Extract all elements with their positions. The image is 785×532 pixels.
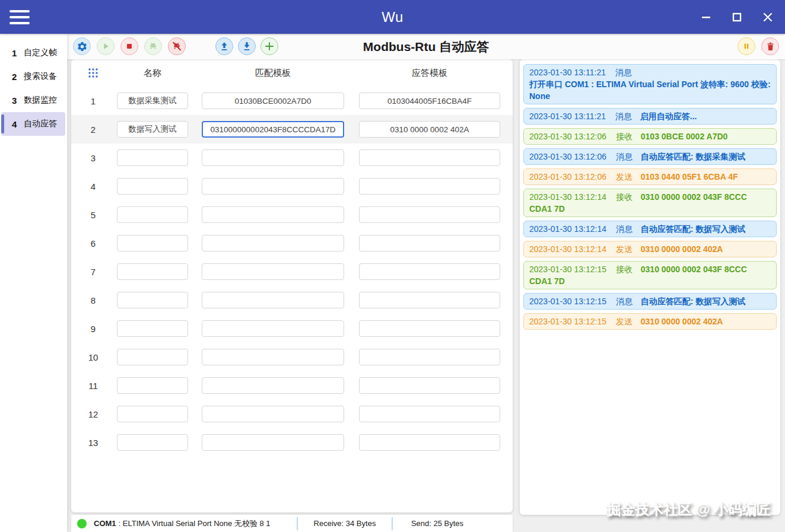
reply-template-input[interactable] (359, 149, 500, 166)
sidebar-item[interactable]: 2 搜索设备 (1, 65, 65, 88)
match-template-input[interactable] (202, 434, 344, 451)
sidebar-item[interactable]: 3 数据监控 (1, 88, 65, 112)
name-input[interactable] (117, 292, 188, 308)
close-icon[interactable] (757, 7, 779, 28)
drag-grid-icon[interactable] (83, 67, 103, 81)
name-input[interactable] (117, 377, 188, 394)
serial-port-status: COM1 : ELTIMA Virtual Serial Port None 无… (71, 518, 297, 529)
reply-template-input[interactable] (359, 121, 500, 138)
log-entry: 2023-01-30 13:12:14 消息 自动应答匹配: 数据写入测试 (523, 221, 777, 237)
log-entry: 2023-01-30 13:12:15 接收 0310 0000 0002 04… (523, 261, 777, 289)
log-timestamp: 2023-01-30 13:11:21 (529, 68, 606, 77)
clear-log-trash-icon[interactable] (761, 37, 779, 55)
sidebar-item-label: 搜索设备 (24, 71, 57, 82)
table-header-row: 名称 匹配模板 应答模板 (71, 59, 513, 87)
match-template-input[interactable] (202, 349, 344, 365)
log-detail: 0310 0000 0002 402A (641, 317, 723, 326)
log-type-label: 发送 (616, 172, 633, 181)
name-input[interactable] (117, 206, 188, 223)
row-number: 9 (71, 314, 115, 343)
name-input[interactable] (117, 434, 188, 451)
log-timestamp: 2023-01-30 13:12:15 (529, 297, 606, 306)
header-reply: 应答模板 (359, 59, 500, 87)
log-detail: 自动应答匹配: 数据采集测试 (641, 152, 746, 161)
match-template-input[interactable] (202, 263, 344, 280)
reply-template-input[interactable] (359, 377, 500, 394)
name-input[interactable] (117, 349, 188, 365)
log-panel[interactable]: 2023-01-30 13:11:21 消息 打开串口 COM1 : ELTIM… (520, 59, 780, 515)
robot-enabled-icon[interactable] (144, 37, 162, 55)
maximize-icon[interactable] (726, 7, 748, 28)
match-template-input[interactable] (202, 292, 344, 308)
sidebar-item[interactable]: 4 自动应答 (1, 112, 65, 136)
pause-log-icon[interactable] (738, 37, 755, 55)
log-entry: 2023-01-30 13:12:15 消息 自动应答匹配: 数据写入测试 (523, 293, 777, 310)
name-input[interactable] (117, 121, 188, 138)
log-detail: 0103 0BCE 0002 A7D0 (641, 132, 728, 141)
table-row: 11 (71, 371, 513, 400)
row-number: 12 (71, 400, 115, 428)
reply-template-input[interactable] (359, 178, 500, 195)
window-controls (695, 0, 779, 34)
match-template-input[interactable] (202, 406, 344, 422)
toolbar: Modbus-Rtu 自动应答 (67, 34, 785, 59)
port-name: COM1 (94, 519, 116, 528)
row-number: 6 (71, 229, 115, 257)
match-template-input[interactable] (202, 93, 344, 109)
reply-template-input[interactable] (359, 349, 500, 365)
log-timestamp: 2023-01-30 13:12:14 (529, 224, 606, 234)
match-template-input[interactable] (202, 121, 344, 138)
log-entry: 2023-01-30 13:12:06 发送 0103 0440 05F1 6C… (523, 168, 777, 185)
settings-gear-icon[interactable] (73, 37, 91, 55)
log-type-label: 接收 (616, 132, 633, 141)
match-template-input[interactable] (202, 320, 344, 337)
row-number: 4 (71, 172, 115, 200)
send-bytes: Send: 25 Bytes (393, 519, 482, 528)
log-type-label: 消息 (616, 152, 633, 161)
robot-disabled-icon[interactable] (168, 37, 186, 55)
name-input[interactable] (117, 406, 188, 422)
log-timestamp: 2023-01-30 13:12:06 (529, 172, 606, 181)
match-template-input[interactable] (202, 206, 344, 223)
sidebar-item-number: 1 (12, 48, 24, 58)
add-plus-icon[interactable] (260, 37, 278, 55)
match-template-input[interactable] (202, 235, 344, 251)
log-type-label: 接收 (616, 192, 633, 202)
reply-template-input[interactable] (359, 93, 500, 109)
reply-template-input[interactable] (359, 434, 500, 451)
table-row: 12 (71, 400, 513, 428)
table-row: 4 (71, 172, 513, 200)
reply-template-input[interactable] (359, 320, 500, 337)
reply-template-input[interactable] (359, 263, 500, 280)
name-input[interactable] (117, 320, 188, 337)
reply-template-input[interactable] (359, 206, 500, 223)
name-input[interactable] (117, 263, 188, 280)
upload-icon[interactable] (215, 37, 233, 55)
play-icon[interactable] (97, 37, 115, 55)
log-timestamp: 2023-01-30 13:12:15 (529, 317, 606, 326)
download-icon[interactable] (238, 37, 256, 55)
log-entry: 2023-01-30 13:11:21 消息 打开串口 COM1 : ELTIM… (523, 64, 777, 104)
log-type-label: 发送 (616, 244, 633, 254)
log-detail: 0310 0000 0002 402A (641, 244, 723, 254)
name-input[interactable] (117, 178, 188, 195)
match-template-input[interactable] (202, 149, 344, 166)
table-row: 2 (71, 115, 513, 144)
sidebar-item-number: 2 (12, 72, 24, 82)
row-number: 1 (71, 87, 115, 115)
reply-template-input[interactable] (359, 235, 500, 251)
name-input[interactable] (117, 93, 188, 109)
sidebar-item[interactable]: 1 自定义帧 (1, 41, 65, 65)
log-timestamp: 2023-01-30 13:11:21 (529, 112, 606, 121)
stop-icon[interactable] (120, 37, 138, 55)
minimize-icon[interactable] (695, 7, 717, 28)
name-input[interactable] (117, 235, 188, 251)
name-input[interactable] (117, 149, 188, 166)
reply-template-input[interactable] (359, 292, 500, 308)
log-type-label: 接收 (616, 265, 633, 274)
receive-bytes: Receive: 34 Bytes (298, 519, 392, 528)
row-number: 10 (71, 343, 115, 371)
reply-template-input[interactable] (359, 406, 500, 422)
match-template-input[interactable] (202, 178, 344, 195)
match-template-input[interactable] (202, 377, 344, 394)
